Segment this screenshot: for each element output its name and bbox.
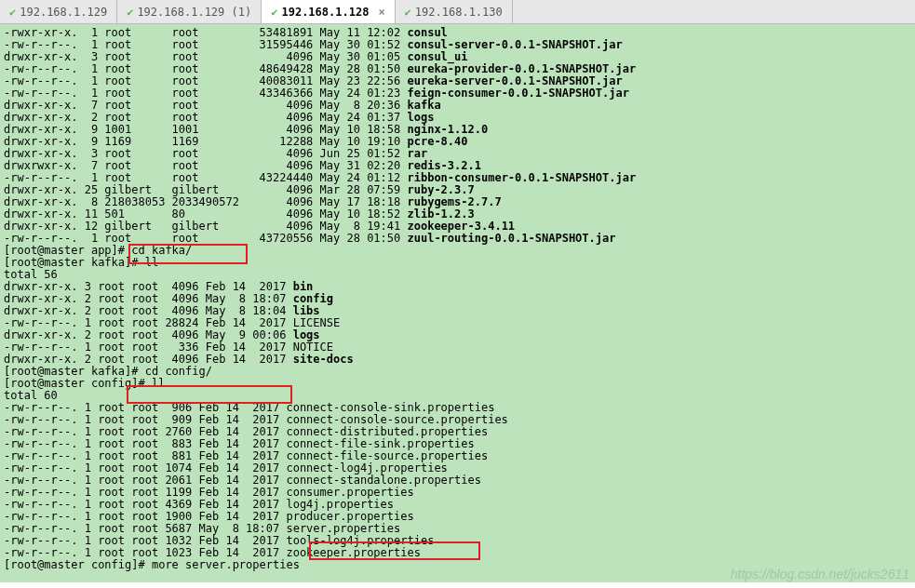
file-row: drwxr-xr-x. 2 root root 4096 May 9 00:06… (4, 328, 320, 341)
file-row: -rw-r--r--. 1 root root 883 Feb 14 2017 … (4, 437, 475, 450)
command-more: more server.properties (145, 558, 300, 571)
total-line: total 56 (4, 268, 58, 281)
tab-label: 192.168.1.129 (20, 6, 107, 19)
tab-3-active[interactable]: ✔192.168.1.128× (262, 0, 395, 23)
file-row: drwxr-xr-x. 11 501 80 4096 May 10 18:52 … (4, 207, 475, 220)
file-row: drwxr-xr-x. 7 root root 4096 May 8 20:36… (4, 99, 441, 112)
file-row: -rw-r--r--. 1 root root 1074 Feb 14 2017… (4, 461, 448, 474)
file-row: drwxr-xr-x. 3 root root 4096 Feb 14 2017… (4, 280, 313, 293)
file-row: -rw-r--r--. 1 root root 1199 Feb 14 2017… (4, 486, 414, 499)
file-row: drwxr-xr-x. 8 218038053 2033490572 4096 … (4, 195, 502, 208)
tab-4[interactable]: ✔192.168.1.130 (396, 0, 513, 23)
tab-label: 192.168.1.129 (1) (137, 6, 251, 19)
tab-1[interactable]: ✔192.168.1.129 (0, 0, 117, 23)
file-row: -rw-r--r--. 1 root root 909 Feb 14 2017 … (4, 413, 508, 426)
command-ll: ll (139, 256, 159, 269)
check-icon: ✔ (405, 6, 411, 19)
command-ll: ll (145, 377, 166, 390)
file-row: drwxr-xr-x. 3 root root 4096 Jun 25 01:5… (4, 147, 427, 160)
file-row: -rwxr-xr-x. 1 root root 53481891 May 11 … (4, 26, 448, 39)
watermark: https://blog.csdn.net/jucks2611 (731, 568, 909, 581)
file-row: drwxr-xr-x. 12 gilbert gilbert 4096 May … (4, 220, 515, 233)
check-icon: ✔ (127, 6, 133, 19)
file-row: -rw-r--r--. 1 root root 2061 Feb 14 2017… (4, 474, 481, 487)
terminal[interactable]: -rwxr-xr-x. 1 root root 53481891 May 11 … (0, 24, 915, 582)
prompt: [root@master app]# (4, 244, 125, 257)
file-row: drwxrwxr-x. 7 root root 4096 May 31 02:2… (4, 159, 481, 172)
prompt: [root@master kafka]# (4, 365, 139, 378)
file-row: -rw-r--r--. 1 root root 1023 Feb 14 2017… (4, 546, 421, 559)
file-row: drwxr-xr-x. 3 root root 4096 May 30 01:0… (4, 50, 468, 63)
file-row: -rw-r--r--. 1 root root 336 Feb 14 2017 … (4, 341, 333, 354)
command-cd-config: cd config/ (139, 365, 212, 378)
file-row: -rw-r--r--. 1 root root 28824 Feb 14 201… (4, 316, 340, 329)
tab-2[interactable]: ✔192.168.1.129 (1) (117, 0, 262, 23)
check-icon: ✔ (271, 6, 277, 19)
prompt: [root@master config]# (4, 377, 145, 390)
check-icon: ✔ (9, 6, 16, 19)
file-row: -rw-r--r--. 1 root root 906 Feb 14 2017 … (4, 401, 494, 414)
total-line: total 60 (4, 389, 58, 402)
file-row: -rw-r--r--. 1 root root 43224440 May 24 … (4, 171, 636, 184)
tab-label: 192.168.1.128 (281, 6, 369, 19)
file-row: -rw-r--r--. 1 root root 43720556 May 28 … (4, 232, 615, 245)
file-row: drwxr-xr-x. 2 root root 4096 Feb 14 2017… (4, 353, 354, 366)
file-row: -rw-r--r--. 1 root root 4369 Feb 14 2017… (4, 498, 394, 511)
file-row: drwxr-xr-x. 9 1001 1001 4096 May 10 18:5… (4, 123, 488, 136)
file-row: drwxr-xr-x. 9 1169 1169 12288 May 10 19:… (4, 135, 468, 148)
file-row: drwxr-xr-x. 25 gilbert gilbert 4096 Mar … (4, 183, 475, 196)
tab-label: 192.168.1.130 (415, 6, 503, 19)
prompt: [root@master config]# (4, 558, 145, 571)
file-row: drwxr-xr-x. 2 root root 4096 May 24 01:3… (4, 111, 434, 124)
file-row: -rw-r--r--. 1 root root 881 Feb 14 2017 … (4, 449, 488, 462)
file-row: -rw-r--r--. 1 root root 1032 Feb 14 2017… (4, 534, 434, 547)
file-row: -rw-r--r--. 1 root root 5687 May 8 18:07… (4, 522, 400, 535)
close-icon[interactable]: × (378, 6, 384, 19)
file-row: -rw-r--r--. 1 root root 2760 Feb 14 2017… (4, 425, 488, 438)
file-row: -rw-r--r--. 1 root root 40083011 May 23 … (4, 74, 623, 87)
file-row: -rw-r--r--. 1 root root 43346366 May 24 … (4, 87, 629, 100)
file-row: -rw-r--r--. 1 root root 1900 Feb 14 2017… (4, 510, 414, 523)
tab-bar: ✔192.168.1.129 ✔192.168.1.129 (1) ✔192.1… (0, 0, 915, 24)
file-row: -rw-r--r--. 1 root root 48649428 May 28 … (4, 62, 636, 75)
file-row: -rw-r--r--. 1 root root 31595446 May 30 … (4, 38, 623, 51)
command-cd-kafka: cd kafka/ (125, 244, 192, 257)
file-row: drwxr-xr-x. 2 root root 4096 May 8 18:07… (4, 292, 333, 305)
prompt: [root@master kafka]# (4, 256, 139, 269)
file-row: drwxr-xr-x. 2 root root 4096 May 8 18:04… (4, 304, 320, 317)
